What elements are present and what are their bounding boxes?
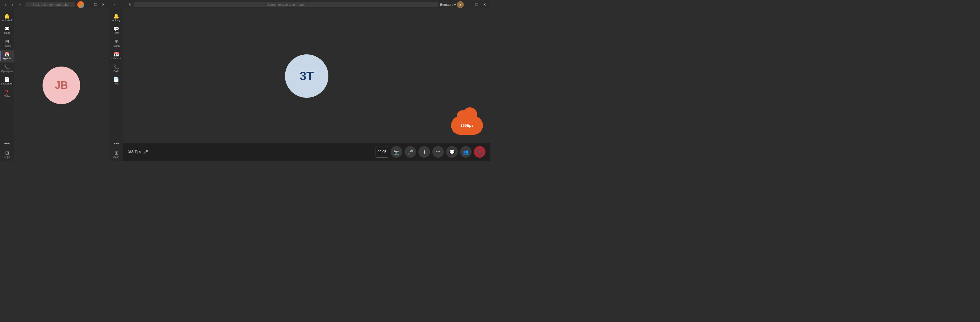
sidebar-label-help: Tello	[4, 95, 10, 98]
call-controls: 00:05 📷 🎤 ⬆ ••• 💬 👥 📞	[375, 146, 485, 158]
right-search-input[interactable]	[134, 2, 438, 7]
caller-name: 365 Tips	[128, 150, 141, 154]
right-forward-button[interactable]: ›	[119, 2, 125, 8]
sidebar-label-chat: Chat	[4, 32, 10, 35]
365tips-logo: 365tips	[450, 114, 484, 137]
left-window: ‹ › ✎ — ❐ ✕ 🔔 Activiteit 💬 Chat ⊞ Teams	[0, 0, 109, 161]
right-sidebar-label-activity: Activity	[112, 19, 121, 22]
minimize-button-left[interactable]: —	[84, 2, 91, 7]
back-button[interactable]: ‹	[2, 2, 8, 8]
right-sidebar-label-calendar: Calendar	[111, 57, 122, 60]
forward-button[interactable]: ›	[10, 2, 16, 8]
minimize-button-right[interactable]: —	[466, 2, 473, 7]
3t-initials: 3T	[299, 69, 313, 83]
left-body: 🔔 Activiteit 💬 Chat ⊞ Teams 📅 Agenda 📞 O…	[0, 9, 109, 161]
right-sidebar-chat[interactable]: 💬 Chat	[109, 24, 123, 37]
maximize-button-right[interactable]: ❐	[474, 2, 480, 7]
right-sidebar-calendar[interactable]: 📅 Calendar	[109, 50, 123, 62]
right-activity-icon: 🔔	[113, 14, 119, 19]
more-options-button[interactable]: •••	[432, 146, 444, 158]
call-bottom-bar: 365 Tips 🎤 00:05 📷 🎤 ⬆ ••• 💬 👥 📞	[123, 143, 490, 161]
cloud-shape: 365tips	[451, 116, 483, 135]
left-nav-buttons: ‹ › ✎	[2, 2, 23, 8]
right-sidebar-files[interactable]: 📄 Files	[109, 75, 123, 88]
right-back-button[interactable]: ‹	[112, 2, 118, 8]
teams-logo	[77, 1, 84, 8]
sidebar-label-files: Bestanden	[1, 83, 13, 85]
right-chat-icon: 💬	[113, 27, 119, 31]
right-nav-buttons: ‹ › ✎	[112, 2, 132, 8]
calls-icon: 📞	[4, 65, 10, 69]
window-controls-right: — ❐ ✕	[466, 2, 488, 7]
chat-icon: 💬	[4, 27, 10, 31]
participants-button[interactable]: 👥	[460, 146, 472, 158]
sidebar-label-calls: Oproepen	[1, 70, 13, 73]
apps-icon: ⊞	[5, 151, 9, 155]
right-sidebar-teams[interactable]: ⊞ Teams	[109, 37, 123, 50]
sidebar-item-teams[interactable]: ⊞ Teams	[0, 37, 14, 50]
share-screen-button[interactable]: ⬆	[418, 146, 430, 158]
right-titlebar: ‹ › ✎ Bernaers ▾ B — ❐ ✕	[109, 0, 490, 9]
right-calendar-icon: 📅	[113, 52, 119, 57]
jb-initials: JB	[55, 79, 68, 91]
right-calls-icon: 📞	[113, 65, 119, 69]
user-name: Bernaers	[440, 3, 453, 6]
sidebar-label-teams: Teams	[3, 45, 11, 48]
activity-icon: 🔔	[4, 14, 10, 19]
sidebar-item-calendar[interactable]: 📅 Agenda	[0, 50, 14, 62]
right-sidebar-label-calls: Calls	[113, 70, 119, 73]
right-sidebar-calls[interactable]: 📞 Calls	[109, 62, 123, 75]
right-sidebar: 🔔 Activity 💬 Chat ⊞ Teams 📅 Calendar 📞 C…	[109, 9, 123, 161]
right-edit-button[interactable]: ✎	[127, 2, 132, 8]
sidebar-label-apps: Apps	[4, 156, 10, 159]
3t-avatar: 3T	[285, 54, 328, 98]
chat-button[interactable]: 💬	[446, 146, 458, 158]
left-main-content: JB	[14, 9, 109, 161]
files-icon: 📄	[4, 77, 10, 82]
left-sidebar: 🔔 Activiteit 💬 Chat ⊞ Teams 📅 Agenda 📞 O…	[0, 9, 14, 161]
right-window: ‹ › ✎ Bernaers ▾ B — ❐ ✕ 🔔 Activity 💬	[109, 0, 490, 161]
edit-button[interactable]: ✎	[18, 2, 23, 8]
user-profile[interactable]: Bernaers ▾ B	[440, 1, 464, 8]
right-sidebar-label-chat: Chat	[113, 32, 119, 35]
video-toggle-button[interactable]: 📷	[391, 146, 402, 158]
sidebar-item-chat[interactable]: 💬 Chat	[0, 24, 14, 37]
right-sidebar-label-apps: Apps	[113, 156, 119, 159]
microphone-icon: 🎤	[143, 150, 148, 154]
right-apps-icon: ⊞	[115, 151, 118, 155]
right-call-content: 3T 365tips 365 Tips 🎤 00:05 📷	[123, 9, 490, 161]
sidebar-item-help[interactable]: ❓ Tello	[0, 88, 14, 100]
maximize-button-left[interactable]: ❐	[92, 2, 99, 7]
jb-avatar: JB	[43, 67, 80, 104]
right-sidebar-more[interactable]: •••	[114, 139, 119, 148]
chevron-down-icon: ▾	[454, 3, 456, 6]
help-icon: ❓	[4, 90, 10, 95]
left-titlebar: ‹ › ✎ — ❐ ✕	[0, 0, 109, 9]
right-sidebar-activity[interactable]: 🔔 Activity	[109, 11, 123, 24]
call-area: 3T 365tips	[123, 9, 490, 143]
right-teams-icon: ⊞	[115, 39, 118, 44]
mute-button[interactable]: 🎤	[404, 146, 416, 158]
sidebar-label-calendar: Agenda	[2, 57, 11, 60]
sidebar-item-calls[interactable]: 📞 Oproepen	[0, 62, 14, 75]
calendar-icon: 📅	[4, 52, 10, 57]
left-search-input[interactable]	[25, 2, 75, 7]
tips-text: 365tips	[461, 123, 474, 128]
teams-icon: ⊞	[5, 39, 9, 44]
sidebar-item-apps[interactable]: ⊞ Apps	[0, 148, 14, 161]
window-controls-left: — ❐ ✕	[84, 2, 107, 7]
close-button-left[interactable]: ✕	[100, 2, 107, 7]
end-call-button[interactable]: 📞	[474, 146, 485, 158]
right-files-icon: 📄	[113, 77, 119, 82]
user-avatar: B	[457, 1, 464, 8]
sidebar-label-activity: Activiteit	[2, 19, 12, 22]
close-button-right[interactable]: ✕	[482, 2, 488, 7]
call-timer: 00:05	[375, 146, 388, 158]
right-sidebar-label-teams: Teams	[113, 45, 120, 48]
sidebar-item-activity[interactable]: 🔔 Activiteit	[0, 11, 14, 24]
right-sidebar-apps[interactable]: ⊞ Apps	[109, 148, 123, 161]
sidebar-more-button[interactable]: •••	[4, 139, 10, 148]
caller-info: 365 Tips 🎤	[128, 150, 148, 154]
sidebar-item-files[interactable]: 📄 Bestanden	[0, 75, 14, 88]
right-main-body: 🔔 Activity 💬 Chat ⊞ Teams 📅 Calendar 📞 C…	[109, 9, 490, 161]
